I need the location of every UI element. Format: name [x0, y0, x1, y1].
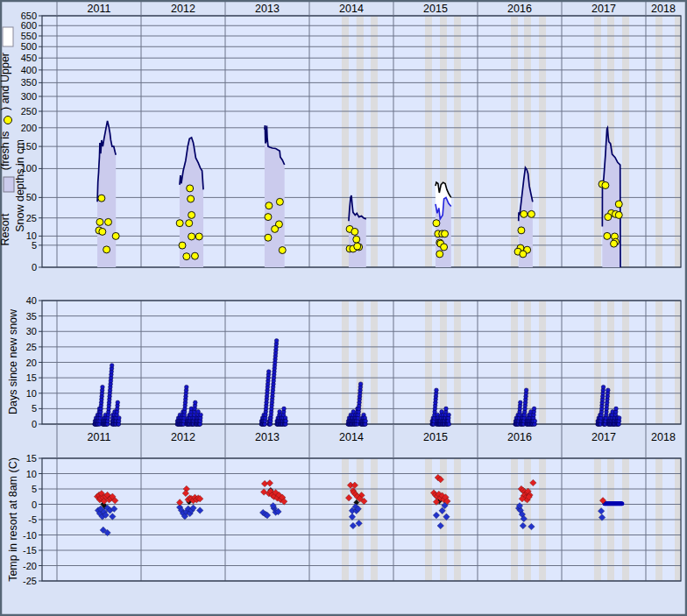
year-label: 2015: [423, 431, 448, 443]
fresh-snow-dot: [195, 233, 202, 240]
temp-bar-marker: [620, 501, 624, 506]
tick-label: -15: [23, 545, 37, 556]
days-marker: [199, 413, 203, 417]
fresh-snow-dot: [98, 195, 105, 202]
tick-label: 20: [26, 358, 37, 368]
fresh-snow-dot: [188, 211, 195, 218]
fresh-snow-dot: [99, 228, 106, 235]
days-marker: [358, 382, 363, 386]
days-marker: [284, 419, 288, 423]
fresh-snow-dot: [353, 236, 360, 243]
days-marker: [524, 388, 528, 393]
days-marker: [606, 388, 611, 393]
tick-label: 5: [32, 403, 37, 414]
fresh-snow-dot: [188, 195, 195, 202]
fresh-snow-dot: [602, 181, 609, 188]
tick-label: 350: [21, 77, 37, 88]
tick-label: 10: [26, 388, 37, 399]
tick-label: 200: [21, 123, 37, 133]
fresh-snow-dot: [183, 253, 190, 260]
year-label: 2014: [339, 431, 364, 443]
tick-label: 500: [21, 41, 37, 52]
fresh-snow-dot: [605, 214, 612, 221]
year-label: 2017: [591, 3, 616, 15]
year-label: 2011: [88, 431, 111, 443]
fresh-snow-dot: [276, 198, 283, 205]
no-data-band: [371, 16, 378, 267]
year-label: 2015: [423, 3, 448, 15]
fresh-snow-dot: [112, 232, 119, 239]
fresh-snow-dot: [615, 211, 622, 218]
fresh-snow-dot: [265, 214, 272, 221]
days-marker: [101, 385, 105, 389]
fresh-snow-dot: [272, 225, 279, 232]
no-data-band: [539, 16, 546, 267]
tick-label: 5: [32, 240, 37, 251]
fresh-snow-dot: [520, 251, 527, 258]
no-data-band: [622, 16, 629, 267]
ylabel-resort: Resort: [0, 213, 11, 245]
days-marker: [364, 419, 368, 423]
days-marker: [614, 407, 619, 411]
days-snow-panel: 4035302520151050: [26, 295, 681, 429]
days-marker: [447, 413, 451, 417]
ylabel-temp-8am: Temp in resort at 8am (C): [7, 457, 19, 582]
fresh-snow-dot: [279, 247, 286, 254]
tick-label: 0: [32, 262, 37, 273]
tick-label: 10: [26, 469, 37, 479]
fresh-snow-dot: [604, 232, 611, 239]
fresh-snow-dot: [266, 202, 273, 209]
fresh-snow-dot: [187, 185, 194, 192]
ylabel-days-since-new-snow: Days since new snow: [7, 308, 19, 414]
tick-label: -25: [23, 576, 37, 586]
no-data-band: [454, 16, 461, 267]
days-marker: [447, 422, 451, 427]
year-label: 2016: [507, 431, 532, 443]
days-marker: [266, 370, 271, 374]
fresh-snow-dot: [528, 210, 535, 217]
tick-label: 35: [26, 311, 37, 322]
tick-label: 0: [32, 419, 37, 429]
fresh-snow-dot: [436, 251, 443, 258]
snow-history-chart: 6506005505004504003503002502001501005025…: [0, 0, 687, 616]
year-label: 2012: [171, 431, 195, 443]
fresh-snow-dot: [179, 242, 186, 249]
fresh-snow-dot: [176, 220, 183, 227]
year-label: 2018: [651, 3, 676, 15]
fresh-snow-dot: [441, 244, 448, 251]
tick-label: 25: [26, 342, 37, 352]
tick-label: 0: [32, 499, 37, 510]
year-label: 2016: [507, 3, 532, 15]
days-marker: [601, 385, 606, 389]
days-marker: [444, 407, 449, 411]
fresh-snow-dot: [518, 227, 525, 234]
fresh-snow-dot: [351, 228, 358, 235]
tick-label: -10: [23, 530, 37, 541]
resort-swatch: [4, 177, 14, 192]
tick-label: 5: [32, 484, 37, 494]
fresh-snow-dot: [433, 220, 440, 227]
tick-label: 650: [21, 11, 37, 21]
tick-label: 25: [26, 213, 37, 223]
tick-label: 40: [26, 295, 37, 306]
tick-label: 450: [21, 53, 37, 63]
days-marker: [617, 416, 621, 421]
fresh-snow-dot: [186, 220, 193, 227]
tick-label: -20: [23, 561, 37, 571]
year-label: 2017: [591, 431, 616, 443]
year-label: 2013: [255, 3, 280, 15]
year-label: 2011: [88, 3, 111, 15]
tick-label: 400: [21, 65, 37, 75]
year-label: 2012: [171, 3, 195, 15]
days-marker: [274, 339, 279, 343]
days-marker: [185, 385, 189, 389]
days-marker: [282, 407, 287, 411]
upper-swatch: [3, 27, 13, 46]
year-label: 2014: [339, 3, 364, 15]
tick-label: 30: [26, 326, 37, 336]
year-label: 2018: [651, 431, 676, 443]
days-marker: [532, 407, 536, 411]
tick-label: -5: [28, 514, 37, 525]
fresh-snow-dot: [611, 240, 618, 247]
no-data-band: [511, 16, 518, 267]
